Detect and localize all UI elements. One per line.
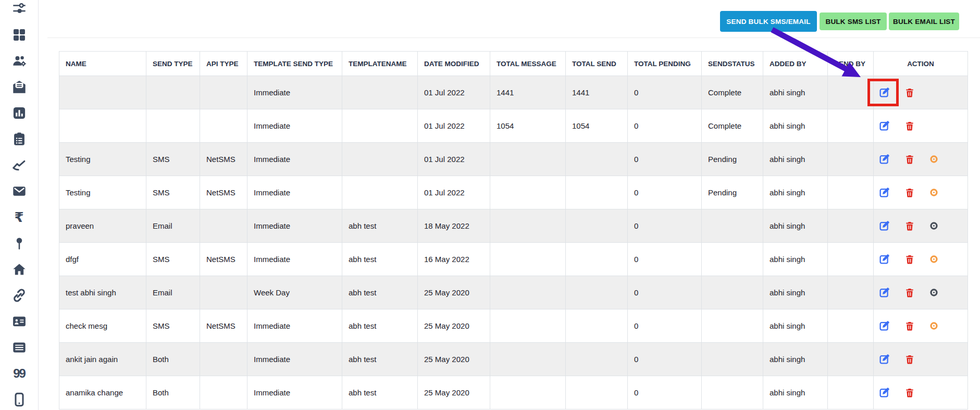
table-cell [828,309,874,343]
trash-icon [904,354,915,365]
table-cell: 25 May 2020 [418,276,490,309]
content-divider [47,38,980,38]
action-cell [874,209,968,243]
table-body: Immediate01 Jul 2022144114410Completeabh… [59,76,968,409]
table-cell [566,243,628,276]
edit-button[interactable] [879,187,890,198]
sidebar-item-grid[interactable] [11,27,27,43]
table-cell [490,309,566,343]
view-button[interactable] [929,221,938,230]
table-cell: abhi singh [763,143,828,176]
sidebar-item-sliders[interactable] [11,1,27,17]
table-cell [146,109,200,143]
edit-button[interactable] [879,287,890,298]
sidebar-item-location[interactable] [11,235,27,251]
delete-button[interactable] [904,321,915,331]
table-cell: Immediate [247,343,342,376]
table-cell [828,76,874,109]
table-cell: abhi singh [763,76,828,109]
sidebar-item-mail[interactable] [11,183,27,199]
chart-line-icon [12,158,27,172]
table-cell: ankit jain again [59,343,146,376]
delete-button[interactable] [904,121,915,131]
table-cell: abhi singh [763,209,828,243]
view-button[interactable] [929,155,938,164]
table-cell: Both [146,376,200,409]
delete-button[interactable] [904,354,915,365]
edit-icon [879,154,890,165]
table-cell: Immediate [247,309,342,343]
table-cell [702,276,763,309]
table-cell [342,176,418,209]
edit-button[interactable] [879,354,890,365]
trash-icon [904,388,915,398]
table-cell [566,143,628,176]
edit-button[interactable] [879,154,890,165]
trash-icon [904,154,915,165]
delete-button[interactable] [904,188,915,198]
table-cell: 01 Jul 2022 [418,176,490,209]
delete-button[interactable] [904,88,915,98]
delete-button[interactable] [904,388,915,398]
sidebar-item-users[interactable] [11,53,27,69]
edit-button[interactable] [879,254,890,265]
view-button[interactable] [929,188,938,197]
table-cell: NetSMS [200,143,247,176]
action-cell [874,76,968,109]
edit-button[interactable] [879,120,890,131]
view-button[interactable] [929,288,938,297]
sidebar-item-links[interactable] [11,288,27,303]
delete-button[interactable] [904,221,915,231]
sidebar-item-reports[interactable] [11,105,27,121]
view-icon [929,255,938,264]
column-header-added-by: ADDED BY [763,52,828,76]
table-cell [342,143,418,176]
sidebar-item-mobile[interactable] [11,392,27,407]
table-cell: check mesg [59,309,146,343]
sidebar-item-home[interactable] [11,262,27,277]
action-cell [874,276,968,309]
sidebar-item-analytics[interactable] [11,157,27,173]
table-cell: dfgf [59,243,146,276]
column-header-templatename: TEMPLATENAME [342,52,418,76]
table-row: check mesgSMSNetSMSImmediateabh test25 M… [59,309,968,343]
sidebar-item-open-mail[interactable] [11,79,27,95]
table-cell: 1054 [566,109,628,143]
sidebar-item-payments[interactable]: ₹ [11,209,27,225]
sidebar-item-quotes[interactable]: 99 [11,366,27,381]
column-header-sendstatus: SENDSTATUS [702,52,763,76]
delete-button[interactable] [904,154,915,165]
column-header-send-by: SEND BY [828,52,874,76]
table-cell: Pending [702,143,763,176]
highlighted-edit-button[interactable] [879,87,890,98]
table-cell: Immediate [247,209,342,243]
table-row: test abhi singhEmailWeek Dayabh test25 M… [59,276,968,309]
bulk-sms-list-button[interactable]: BULK SMS LIST [820,13,887,30]
table-cell: 25 May 2020 [418,309,490,343]
send-bulk-sms-email-button[interactable]: SEND BULK SMS/EMAIL [720,11,817,32]
column-header-api-type: API TYPE [200,52,247,76]
table-cell: abh test [342,209,418,243]
bulk-email-list-button[interactable]: BULK EMAIL LIST [889,13,959,30]
edit-button[interactable] [879,387,890,398]
view-button[interactable] [929,255,938,264]
delete-button[interactable] [904,254,915,265]
table-cell: praveen [59,209,146,243]
sidebar-item-contacts[interactable] [11,314,27,329]
table-cell: abhi singh [763,109,828,143]
table-cell [702,243,763,276]
table-cell: NetSMS [200,243,247,276]
list-icon [12,340,27,355]
table-row: TestingSMSNetSMSImmediate01 Jul 20220Pen… [59,143,968,176]
view-button[interactable] [929,321,938,330]
table-cell: 1054 [490,109,566,143]
table-cell: Email [146,276,200,309]
edit-button[interactable] [879,220,890,231]
sidebar-item-tasks[interactable] [11,131,27,147]
delete-button[interactable] [904,288,915,298]
table-cell: abhi singh [763,243,828,276]
sidebar-item-list[interactable] [11,340,27,355]
table-cell [200,343,247,376]
table-cell: 1441 [566,76,628,109]
edit-button[interactable] [879,320,890,331]
